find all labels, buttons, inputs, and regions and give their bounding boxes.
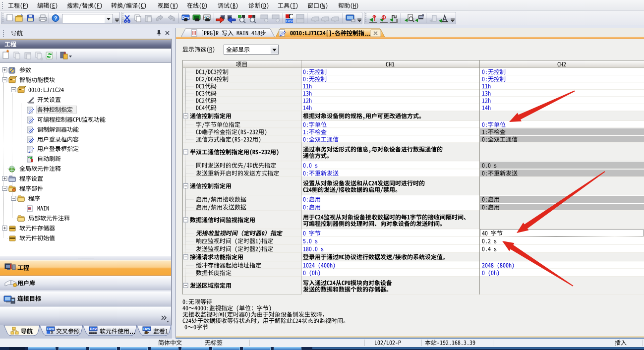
svg-text:Dev: Dev	[47, 327, 55, 331]
svg-text:Dev: Dev	[143, 327, 151, 331]
svg-text:?: ?	[54, 15, 58, 21]
svg-text:Dev: Dev	[286, 19, 293, 23]
svg-text:Dev: Dev	[90, 327, 97, 331]
